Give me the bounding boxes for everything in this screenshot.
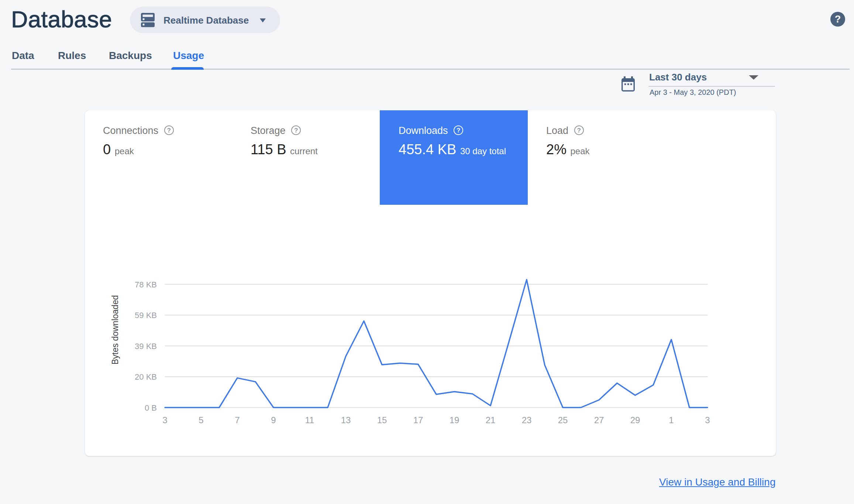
- svg-text:0 B: 0 B: [145, 403, 157, 412]
- svg-text:23: 23: [522, 415, 532, 425]
- svg-text:17: 17: [413, 415, 423, 425]
- svg-text:7: 7: [235, 415, 240, 425]
- svg-text:5: 5: [199, 415, 203, 425]
- svg-text:39 KB: 39 KB: [135, 342, 157, 351]
- svg-text:20 KB: 20 KB: [135, 372, 157, 382]
- svg-text:15: 15: [377, 415, 387, 425]
- svg-text:9: 9: [271, 415, 276, 425]
- svg-text:27: 27: [594, 415, 604, 425]
- svg-text:3: 3: [162, 415, 167, 425]
- svg-text:Bytes downloaded: Bytes downloaded: [110, 295, 120, 365]
- svg-text:13: 13: [341, 415, 351, 425]
- svg-text:19: 19: [450, 415, 459, 425]
- svg-text:59 KB: 59 KB: [135, 311, 157, 320]
- svg-text:11: 11: [305, 415, 314, 425]
- svg-text:1: 1: [669, 415, 674, 425]
- svg-text:29: 29: [630, 415, 640, 425]
- svg-text:25: 25: [558, 415, 568, 425]
- svg-text:3: 3: [705, 415, 710, 425]
- svg-text:21: 21: [486, 415, 496, 425]
- svg-text:78 KB: 78 KB: [135, 280, 157, 289]
